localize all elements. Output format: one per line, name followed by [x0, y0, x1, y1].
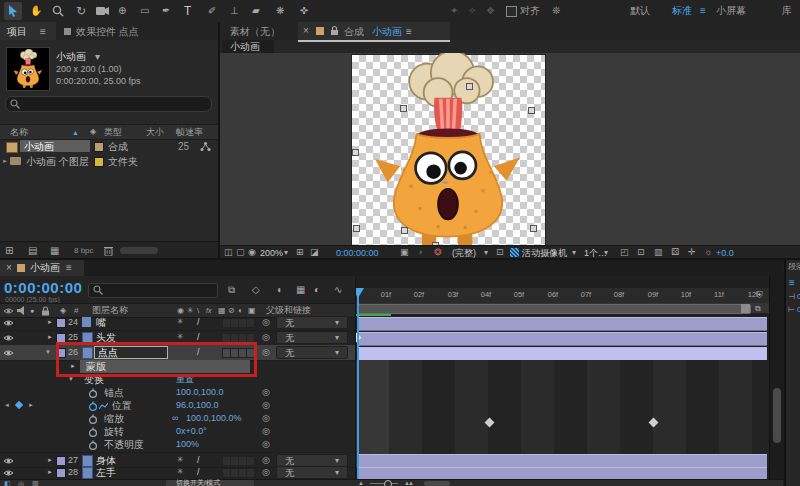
viewer-menu-icon[interactable]: ≡	[406, 27, 412, 37]
layer-row[interactable]: ► 24 嘴 ✳ / ◎ 无 ▾	[0, 315, 355, 331]
column-type[interactable]: 类型	[104, 128, 122, 137]
parent-dropdown[interactable]: 无 ▾	[276, 466, 348, 479]
timeline-zoom-knob[interactable]	[384, 480, 392, 486]
layer-handle[interactable]	[530, 225, 537, 232]
comp-thumbnail[interactable]	[7, 48, 49, 90]
draft-3d-button[interactable]: ◇	[252, 285, 260, 295]
pickwhip-icon[interactable]: ◎	[262, 427, 270, 436]
tab-effect-controls[interactable]: 效果控件 点点	[76, 27, 139, 37]
camera-chevron-icon[interactable]: ▾	[572, 249, 576, 257]
next-keyframe-icon[interactable]: ►	[28, 402, 34, 408]
comp-view[interactable]	[352, 55, 545, 245]
camera-tool-button[interactable]	[96, 6, 110, 18]
property-value[interactable]: 96.0,100.0	[176, 401, 219, 410]
viewer-canvas[interactable]	[220, 53, 800, 245]
layer-handle[interactable]	[400, 105, 407, 112]
timeline-hscrollbar[interactable]	[424, 481, 450, 486]
viewer-timecode[interactable]: 0:00:00:00	[336, 249, 379, 258]
sort-up-icon[interactable]: ▲	[72, 129, 79, 136]
timeline-timecode[interactable]: 0:00:00:00	[4, 280, 82, 295]
timeline-menu-icon[interactable]: ≡	[66, 263, 72, 273]
collapse-icon[interactable]: ▼	[45, 349, 51, 355]
column-name[interactable]: 名称	[10, 128, 28, 137]
keyframe-at-time-icon[interactable]	[15, 401, 23, 409]
magnification-chevron-icon[interactable]: ▾	[284, 249, 288, 257]
tab-composition[interactable]: × 合成 小动画 ≡	[298, 22, 450, 42]
property-row-anchor[interactable]: 锚点 100.0,100.0 ◎	[0, 386, 355, 399]
project-search-input[interactable]	[5, 96, 212, 112]
show-snapshot-button[interactable]: ◗	[418, 248, 423, 257]
project-row-folder[interactable]: ► 小动画 个图层 文件夹	[0, 154, 218, 169]
eyes-button[interactable]: ◉	[248, 248, 256, 257]
align-checkbox[interactable]	[506, 6, 517, 17]
pan-behind-tool-button[interactable]: ⊕	[118, 6, 126, 16]
rotation-tool-button[interactable]: ↻	[76, 5, 86, 17]
magnification-dropdown[interactable]: 200%	[260, 249, 283, 258]
property-label[interactable]: 不透明度	[104, 440, 144, 450]
exposure-value[interactable]: +0.0	[716, 249, 734, 258]
collapse-switch-icon[interactable]: ✳	[177, 456, 184, 464]
layer-bar[interactable]	[357, 467, 767, 479]
workspace-standard[interactable]: 标准	[672, 6, 692, 16]
property-label[interactable]: 位置	[112, 401, 132, 411]
layer-color-swatch[interactable]	[56, 456, 66, 466]
layer-handle[interactable]	[528, 107, 535, 114]
parent-link-column[interactable]: 父级和链接	[266, 306, 311, 315]
layer-handle[interactable]	[352, 149, 359, 156]
pickwhip-icon[interactable]: ◎	[262, 388, 270, 397]
timeline-vscrollbar-track[interactable]	[769, 276, 784, 479]
timeline-vscrollbar-thumb[interactable]	[773, 388, 781, 443]
property-row-opacity[interactable]: 不透明度 100% ◎	[0, 438, 355, 451]
layer-handle[interactable]	[401, 227, 408, 234]
workspace-small-screen[interactable]: 小屏幕	[716, 6, 746, 16]
expand-icon[interactable]: ►	[47, 334, 53, 340]
property-row-position[interactable]: ◄ ► 位置 96.0,100.0 ◎	[0, 399, 355, 412]
expand-layer-switches-button[interactable]: ◧	[4, 480, 11, 486]
close-tab-icon[interactable]: ×	[6, 263, 12, 273]
label-column-icon[interactable]: ◈	[90, 128, 96, 136]
align-left-icon[interactable]: ≡	[789, 278, 795, 288]
resolution-dropdown[interactable]: (完整)	[452, 249, 476, 258]
eraser-tool-button[interactable]: ▰	[252, 6, 260, 16]
timeline-tab[interactable]: × 小动画 ≡	[0, 260, 84, 276]
eye-icon[interactable]	[3, 469, 14, 477]
eye-icon[interactable]	[3, 334, 14, 342]
transparency-grid-button[interactable]	[510, 248, 519, 257]
collapse-switch-icon[interactable]: ✳	[177, 318, 184, 326]
mask-feather-icon[interactable]: ❊	[552, 6, 560, 16]
project-row-comp[interactable]: 小动画 合成 25	[0, 139, 218, 154]
work-area-bar[interactable]	[357, 304, 751, 314]
interpret-footage-button[interactable]: ⊞	[5, 246, 13, 256]
layer-name-column[interactable]: 图层名称	[92, 306, 128, 315]
comp-marker-button[interactable]: ⛨	[756, 291, 763, 300]
indent-right-icon[interactable]: ⊢	[788, 306, 795, 314]
prev-keyframe-icon[interactable]: ◄	[4, 402, 10, 408]
collapse-switch-icon[interactable]: ✳	[177, 468, 184, 476]
eye-icon[interactable]	[3, 457, 14, 465]
quality-switch-icon[interactable]: /	[197, 333, 200, 342]
eye-icon[interactable]	[3, 349, 14, 357]
motion-blur-button[interactable]: ◐	[314, 285, 320, 295]
column-size[interactable]: 大小	[146, 128, 164, 137]
layer-bar-selected[interactable]	[357, 347, 767, 361]
item-name[interactable]: 小动画 个图层	[26, 157, 89, 167]
playhead-line[interactable]	[357, 288, 359, 479]
project-bpc-button[interactable]: 8 bpc	[74, 247, 94, 255]
collapse-switch-icon[interactable]: ✳	[177, 333, 184, 341]
layer-bar[interactable]	[357, 317, 767, 331]
eye-icon[interactable]	[3, 319, 14, 327]
new-composition-button[interactable]: ▦	[50, 246, 59, 256]
stopwatch-icon[interactable]	[88, 388, 98, 398]
quality-switch-icon[interactable]: /	[197, 456, 200, 465]
stopwatch-icon[interactable]	[88, 440, 98, 450]
trash-icon[interactable]	[104, 245, 113, 256]
toggle-switches-modes-button[interactable]: 切换开关/模式	[166, 480, 254, 486]
fast-previews-button[interactable]: ⊡	[637, 248, 645, 257]
workspace-menu-icon[interactable]: ≡	[700, 6, 706, 16]
pickwhip-icon[interactable]: ◎	[262, 440, 270, 449]
layer-name[interactable]: 嘴	[96, 318, 106, 328]
view-layout-chevron-icon[interactable]: ▾	[604, 249, 608, 257]
workspace-default[interactable]: 默认	[630, 6, 650, 16]
time-ruler[interactable]: 01f 02f 03f 04f 05f 06f 07f 08f 09f 10f …	[356, 288, 770, 304]
expand-icon[interactable]: ►	[47, 319, 53, 325]
